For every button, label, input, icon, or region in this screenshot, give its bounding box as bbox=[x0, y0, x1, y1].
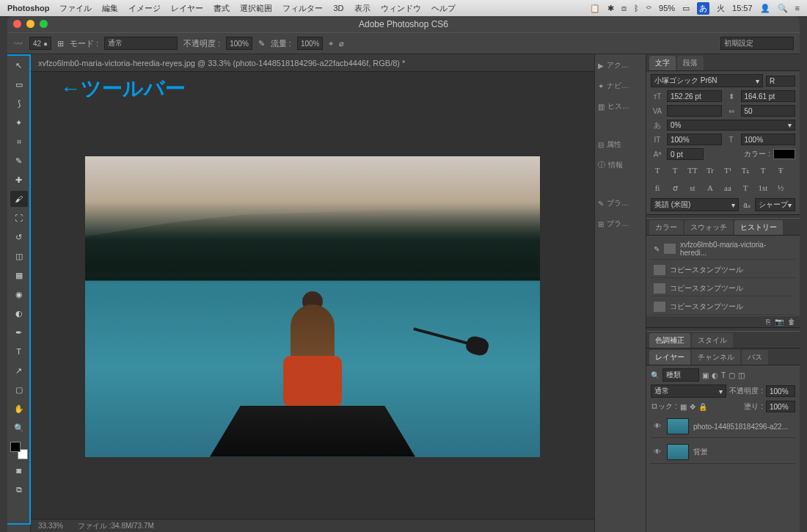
visibility-icon[interactable]: 👁 bbox=[654, 422, 662, 431]
tab-paragraph[interactable]: 段落 bbox=[677, 56, 704, 70]
layer-filter-select[interactable]: 種類 bbox=[662, 368, 699, 382]
spotlight-icon[interactable]: 🔍 bbox=[778, 4, 788, 13]
layer-name[interactable]: photo-1448518184296-a22... bbox=[693, 423, 788, 431]
menu-select[interactable]: 選択範囲 bbox=[240, 3, 272, 14]
tracking-input[interactable]: 50 bbox=[741, 105, 796, 117]
pen-tool[interactable]: ✒ bbox=[10, 324, 28, 340]
menu-image[interactable]: イメージ bbox=[128, 3, 161, 14]
strike-btn[interactable]: Ŧ bbox=[774, 164, 787, 176]
dodge-tool[interactable]: ◐ bbox=[10, 305, 28, 321]
tab-color[interactable]: カラー bbox=[649, 220, 683, 235]
allcaps-btn[interactable]: TT bbox=[686, 164, 699, 176]
trash-icon[interactable]: 🗑 bbox=[788, 318, 795, 326]
swash-btn[interactable]: A bbox=[704, 182, 717, 194]
menu-file[interactable]: ファイル bbox=[59, 3, 92, 14]
ime-indicator[interactable]: あ bbox=[697, 2, 709, 15]
menu-window[interactable]: ウィンドウ bbox=[381, 3, 421, 14]
tab-paths[interactable]: パス bbox=[742, 350, 768, 365]
hscale-input[interactable]: 100% bbox=[741, 134, 796, 145]
filter-shape-icon[interactable]: ▢ bbox=[729, 371, 735, 379]
tab-history[interactable]: ヒストリー bbox=[734, 220, 783, 235]
filter-adjust-icon[interactable]: ◐ bbox=[712, 371, 718, 379]
tab-channels[interactable]: チャンネル bbox=[692, 350, 740, 365]
language-select[interactable]: 英語 (米国)▾ bbox=[651, 198, 739, 211]
underline-btn[interactable]: T bbox=[756, 164, 770, 176]
layer-item[interactable]: 👁photo-1448518184296-a22... bbox=[651, 415, 795, 438]
airbrush-icon[interactable]: ⌖ bbox=[329, 39, 333, 48]
mini-actions[interactable]: ▶ アク… bbox=[598, 60, 643, 70]
font-size-input[interactable]: 152.26 pt bbox=[667, 90, 722, 102]
lock-position-icon[interactable]: ✥ bbox=[690, 403, 695, 411]
wifi-icon[interactable]: ⌔ bbox=[646, 4, 651, 12]
window-minimize[interactable] bbox=[26, 20, 34, 28]
gradient-tool[interactable]: ▦ bbox=[10, 267, 28, 283]
ligature-btn[interactable]: fi bbox=[651, 182, 664, 194]
italic-btn[interactable]: T bbox=[668, 164, 682, 176]
bold-btn[interactable]: T bbox=[651, 164, 664, 176]
font-family-select[interactable]: 小塚ゴシック Pr6N▾ bbox=[651, 74, 763, 87]
tab-adjustments[interactable]: 色調補正 bbox=[649, 333, 690, 348]
menu-filter[interactable]: フィルター bbox=[282, 3, 323, 14]
layer-thumbnail[interactable] bbox=[667, 418, 689, 434]
wand-tool[interactable]: ✦ bbox=[10, 114, 28, 131]
discretionary-btn[interactable]: st bbox=[686, 182, 699, 194]
tab-layers[interactable]: レイヤー bbox=[649, 350, 690, 365]
smallcaps-btn[interactable]: Tr bbox=[704, 164, 717, 176]
layer-opacity-input[interactable]: 100% bbox=[766, 385, 795, 397]
eyedropper-tool[interactable]: ✎ bbox=[10, 153, 28, 169]
blend-mode-select[interactable]: 通常▾ bbox=[651, 385, 726, 398]
contextual-btn[interactable]: ơ bbox=[668, 182, 682, 194]
clipboard-icon[interactable]: 📋 bbox=[590, 4, 600, 13]
eraser-tool[interactable]: ◫ bbox=[10, 248, 28, 264]
type-tool[interactable]: T bbox=[10, 343, 28, 360]
vscale-input[interactable]: 100% bbox=[667, 134, 722, 145]
quickmask-toggle[interactable]: ◙ bbox=[10, 462, 28, 478]
new-document-icon[interactable]: ⎘ bbox=[766, 318, 770, 326]
hand-tool[interactable]: ✋ bbox=[10, 401, 28, 417]
mini-brush1[interactable]: ✎ ブラ… bbox=[598, 198, 643, 208]
notification-icon[interactable]: ≡ bbox=[795, 4, 800, 12]
kerning-input[interactable] bbox=[667, 105, 722, 117]
user-icon[interactable]: 👤 bbox=[760, 4, 770, 13]
ordinals-btn[interactable]: 1st bbox=[756, 182, 770, 194]
document-tab[interactable]: xvfzo6lmb0-maria-victoria-heredia-reyes.… bbox=[31, 54, 594, 72]
menu-type[interactable]: 書式 bbox=[213, 3, 230, 14]
move-tool[interactable]: ↖ bbox=[10, 57, 28, 73]
pressure-opacity-icon[interactable]: ✎ bbox=[258, 39, 265, 48]
scale-select[interactable]: 0%▾ bbox=[667, 120, 795, 131]
filter-type-icon[interactable]: T bbox=[721, 371, 726, 379]
menu-view[interactable]: 表示 bbox=[354, 3, 370, 14]
marquee-tool[interactable]: ▭ bbox=[10, 76, 28, 92]
zoom-level[interactable]: 33.33% bbox=[38, 522, 63, 530]
healing-tool[interactable]: ✚ bbox=[10, 172, 28, 188]
superscript-btn[interactable]: T¹ bbox=[721, 164, 734, 176]
brush-size-input[interactable]: 42 ● bbox=[29, 37, 51, 50]
layer-name[interactable]: 背景 bbox=[693, 447, 708, 457]
history-item[interactable]: コピースタンプツール bbox=[651, 299, 795, 315]
tab-styles[interactable]: スタイル bbox=[692, 333, 733, 348]
mini-navigator[interactable]: ✦ ナビ… bbox=[598, 81, 643, 91]
foreground-color[interactable] bbox=[10, 442, 21, 452]
mode-select[interactable]: 通常 bbox=[104, 37, 178, 50]
opacity-input[interactable]: 100% bbox=[226, 37, 252, 50]
filter-pixel-icon[interactable]: ▣ bbox=[702, 371, 709, 379]
visibility-icon[interactable]: 👁 bbox=[654, 448, 662, 456]
mini-info[interactable]: ⓘ 情報 bbox=[598, 160, 643, 170]
snapshot-icon[interactable]: 📷 bbox=[775, 318, 784, 326]
text-color-swatch[interactable] bbox=[773, 149, 795, 159]
path-tool[interactable]: ↗ bbox=[10, 362, 28, 379]
history-item[interactable]: コピースタンプツール bbox=[651, 263, 795, 278]
leading-input[interactable]: 164.61 pt bbox=[741, 90, 796, 102]
subscript-btn[interactable]: T₁ bbox=[739, 164, 752, 176]
brush-panel-toggle[interactable]: ⊞ bbox=[57, 39, 64, 48]
shape-tool[interactable]: ▢ bbox=[10, 382, 28, 398]
layer-thumbnail[interactable] bbox=[667, 444, 689, 460]
clone-tool[interactable]: ⛶ bbox=[10, 210, 28, 226]
flow-input[interactable]: 100% bbox=[297, 37, 324, 50]
filter-icon[interactable]: 🔍 bbox=[651, 371, 660, 379]
window-close[interactable] bbox=[13, 20, 21, 28]
history-item[interactable]: コピースタンプツール bbox=[651, 281, 795, 296]
stylistic-btn[interactable]: aa bbox=[721, 182, 734, 194]
lock-all-icon[interactable]: 🔒 bbox=[698, 403, 707, 411]
evernote-icon[interactable]: ✱ bbox=[607, 4, 614, 13]
